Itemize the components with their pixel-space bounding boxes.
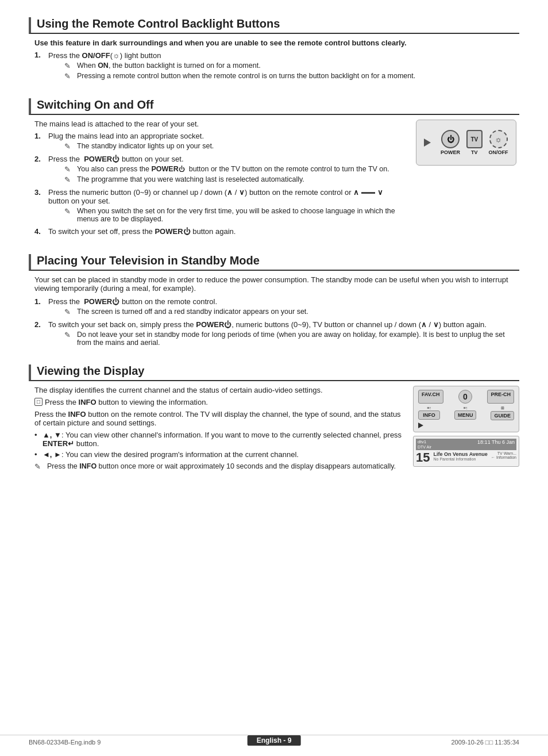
bullet-1: ▲, ▼: You can view other channel's infor… — [34, 431, 403, 448]
play-row — [418, 423, 514, 428]
power-circle: ⏻ — [441, 130, 460, 148]
section-display: Viewing the Display The display identifi… — [29, 364, 519, 473]
note-icon: ✎ — [64, 142, 75, 151]
switching-step-4: 4. To switch your set off, press the POW… — [34, 227, 406, 236]
screen-body: 15 Life On Venus Avenue No Parental Info… — [416, 451, 516, 464]
note-icon: ✎ — [64, 175, 75, 184]
prech-btn: PRE-CH — [487, 390, 514, 404]
note-icon: ✎ — [64, 331, 75, 339]
note-icon: ✎ — [64, 308, 75, 316]
time-display: 18:11 Thu 6 Jan — [477, 439, 515, 450]
display-text: The display identifies the current chann… — [34, 386, 403, 473]
step-text: Press the numeric button (0~9) or channe… — [48, 188, 406, 225]
note-icon-1-1: ✎ — [64, 62, 75, 70]
onoff-sun: ☼ — [489, 130, 508, 148]
display-remote-row1: FAV.CH 0 PRE-CH — [418, 390, 514, 404]
section-body-switching: The mains lead is attached to the rear o… — [29, 120, 519, 238]
note-s2-1: ✎ You also can press the POWER⏻ button o… — [64, 165, 389, 174]
play-arrow-area — [424, 139, 434, 147]
switching-row: The mains lead is attached to the rear o… — [34, 120, 519, 238]
note-icon-1-2: ✎ — [64, 72, 75, 80]
step-num: 2. — [34, 320, 46, 329]
play-arrow-icon — [424, 139, 431, 147]
info-icon-label: ≡↑ — [427, 406, 431, 410]
remote-diagram: ⏻ POWER TV TV ☼ ON/OFF — [416, 120, 516, 166]
display-row: The display identifies the current chann… — [34, 386, 519, 473]
step-text: To switch your set off, press the POWER⏻… — [48, 227, 236, 236]
step-num: 1. — [34, 51, 46, 59]
section-body-standby: Your set can be placed in standby mode i… — [29, 275, 519, 348]
display-remote-row2: ≡↑ INFO ≡↑ MENU ⊞ GUIDE — [418, 406, 514, 420]
bullet-2: ◄, ►: You can view the desired program's… — [34, 450, 403, 459]
power-label: POWER — [441, 149, 460, 155]
note-text: Press the INFO button once more or wait … — [47, 462, 396, 470]
display-info-text: Press the INFO button to viewing the inf… — [45, 398, 208, 406]
section-switching: Switching On and Off The mains lead is a… — [29, 98, 519, 238]
standby-steps: 1. Press the POWER⏻ button on the remote… — [34, 297, 519, 348]
display-bullets: ▲, ▼: You can view other channel's infor… — [34, 431, 403, 459]
footer-left: BN68-02334B-Eng.indb 9 — [29, 739, 101, 746]
step-text: Press the POWER⏻ button on your set. ✎ Y… — [48, 155, 389, 186]
note-icon: ✎ — [64, 207, 75, 216]
note-icon: ✎ — [34, 462, 45, 471]
section-body-remote-backlight: Use this feature in dark surroundings an… — [29, 39, 519, 82]
note-s3-1: ✎ When you switch the set on for the ver… — [64, 207, 406, 223]
favch-btn: FAV.CH — [418, 390, 443, 404]
step-text: To switch your set back on, simply press… — [48, 320, 519, 348]
section-body-display: The display identifies the current chann… — [29, 386, 519, 473]
display-image: FAV.CH 0 PRE-CH ≡↑ INFO ≡↑ MENU — [413, 386, 519, 467]
note-text: You also can press the POWER⏻ button or … — [77, 165, 389, 173]
info-top-right: TV Warn... — [488, 451, 516, 455]
note-sb1: ✎ The screen is turned off and a red sta… — [64, 308, 308, 316]
step-text: Press the ON/OFF(☼) light button ✎ When … — [48, 51, 415, 82]
tv-btn: TV TV — [466, 130, 483, 155]
step-num: 4. — [34, 227, 46, 236]
section-title-standby: Placing Your Television in Standby Mode — [29, 254, 519, 271]
step-num: 3. — [34, 188, 46, 197]
standby-step-2: 2. To switch your set back on, simply pr… — [34, 320, 519, 348]
note-sb2: ✎ Do not leave your set in standby mode … — [64, 331, 519, 347]
note-1-1: ✎ When ON, the button backlight is turne… — [64, 62, 415, 70]
note-s2-2: ✎ The programme that you were watching l… — [64, 175, 389, 184]
display-body: Press the INFO button on the remote cont… — [34, 410, 403, 427]
section-title-switching: Switching On and Off — [29, 98, 519, 115]
note-text: The screen is turned off and a red stand… — [77, 308, 308, 316]
step-num: 1. — [34, 132, 46, 140]
guide-icon-label: ⊞ — [501, 406, 504, 410]
step-text: Plug the mains lead into an appropriate … — [48, 132, 214, 152]
note-display-final: ✎ Press the INFO button once more or wai… — [34, 462, 403, 471]
note-text: When you switch the set on for the very … — [77, 207, 406, 223]
info-btn: INFO — [418, 410, 440, 420]
note-s1-1: ✎ The standby indicator lights up on you… — [64, 142, 214, 151]
step-num: 2. — [34, 155, 46, 163]
switching-step-3: 3. Press the numeric button (0~9) or cha… — [34, 188, 406, 225]
display-intro: The display identifies the current chann… — [34, 386, 403, 394]
menu-btn: MENU — [454, 410, 477, 420]
screen-header: dtv1DTV Air 18:11 Thu 6 Jan — [416, 439, 516, 450]
guide-area: ⊞ GUIDE — [491, 406, 514, 420]
power-btn: ⏻ POWER — [441, 130, 460, 155]
switching-image: ⏻ POWER TV TV ☼ ON/OFF — [416, 120, 519, 166]
note-text: Do not leave your set in standby mode fo… — [77, 331, 519, 347]
footer-center: English - 9 — [248, 735, 301, 746]
program-name: Life On Venus Avenue — [433, 451, 488, 457]
guide-btn: GUIDE — [491, 411, 514, 420]
switching-intro: The mains lead is attached to the rear o… — [34, 120, 406, 128]
onoff-btn: ☼ ON/OFF — [489, 130, 508, 155]
step-num: 1. — [34, 297, 46, 306]
zero-btn: 0 — [458, 390, 472, 404]
display-info-press: □ Press the INFO button to viewing the i… — [34, 398, 403, 406]
step-text: Press the POWER⏻ button on the remote co… — [48, 297, 308, 318]
channel-info: Life On Venus Avenue No Parental Informa… — [433, 451, 488, 461]
info-icon: □ — [34, 398, 43, 406]
note-1-2: ✎ Pressing a remote control button when … — [64, 72, 415, 80]
section-title-display: Viewing the Display — [29, 364, 519, 381]
onoff-label: ON/OFF — [489, 149, 508, 155]
standby-step-1: 1. Press the POWER⏻ button on the remote… — [34, 297, 519, 318]
note-text-1-2: Pressing a remote control button when th… — [77, 72, 415, 80]
note-icon: ✎ — [64, 165, 75, 174]
tv-label: TV — [471, 149, 478, 155]
switching-step-2: 2. Press the POWER⏻ button on your set. … — [34, 155, 406, 186]
note-text-1-1: When ON, the button backlight is turned … — [77, 62, 261, 70]
channel-label: dtv1DTV Air — [418, 439, 431, 450]
